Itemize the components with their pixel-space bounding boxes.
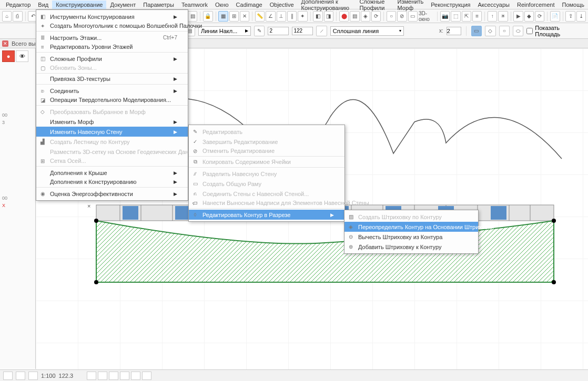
menu-item-cadimage[interactable]: Cadimage xyxy=(232,1,266,9)
label-icon: 🏷 xyxy=(191,199,199,207)
pdf-icon[interactable]: 📄 xyxy=(550,11,560,22)
menu-item-document[interactable]: Документ xyxy=(106,1,139,9)
stop-icon[interactable]: ⟳ xyxy=(535,11,544,22)
menu-complex-profiles[interactable]: ◫Сложные Профили▶ xyxy=(36,54,188,64)
line-type-icon[interactable]: ⟋ xyxy=(316,26,327,36)
menu-item-view[interactable]: Вид xyxy=(34,1,52,9)
menu-item-editor[interactable]: Редактор xyxy=(2,1,34,9)
menu-3d-texture[interactable]: Привязка 3D-текстуры▶ xyxy=(36,75,188,85)
menu-modify-morph[interactable]: Изменить Морф▶ xyxy=(36,117,188,127)
pen-button[interactable]: ✎ xyxy=(254,26,265,36)
eye-icon[interactable]: 👁 xyxy=(16,50,28,62)
menu-item-objective[interactable]: Objective xyxy=(266,1,298,9)
elevation-icon[interactable]: ⇱ xyxy=(462,11,471,22)
play-icon[interactable]: ▶ xyxy=(513,11,523,22)
menu-item-help[interactable]: Помощь xyxy=(559,1,589,9)
status-ruler-icon[interactable] xyxy=(131,372,140,380)
status-btn-3[interactable] xyxy=(28,372,38,380)
worksheet-icon[interactable]: ≡ xyxy=(472,11,482,22)
close-tab-icon[interactable]: ✕ xyxy=(2,40,8,47)
trace-ref-icon[interactable]: ◨ xyxy=(324,11,333,22)
shape-poly-icon[interactable]: ◇ xyxy=(485,26,495,36)
rec-icon[interactable]: ◆ xyxy=(524,11,534,22)
record-icon[interactable]: ● xyxy=(2,50,15,62)
sun-icon[interactable]: ☀ xyxy=(498,11,508,22)
print-icon[interactable]: ⎙ xyxy=(13,11,22,22)
menu-item-design[interactable]: Конструирование xyxy=(52,1,106,9)
parallel-icon[interactable]: ∥ xyxy=(287,11,297,22)
menu-item-options[interactable]: Параметры xyxy=(139,1,178,9)
menu-roof-extras[interactable]: Дополнения к Крыше▶ xyxy=(36,168,188,178)
menu-design-tools[interactable]: ◧Инструменты Конструирования▶ xyxy=(36,12,188,22)
status-guide-icon[interactable] xyxy=(120,372,129,380)
perp-icon[interactable]: ⊥ xyxy=(277,11,286,22)
snap-guide-icon[interactable]: ⊞ xyxy=(229,11,239,22)
zone-icon: ▢ xyxy=(38,64,47,72)
status-btn-1[interactable] xyxy=(3,372,13,380)
export-icon[interactable]: ⤓ xyxy=(576,11,586,22)
dim1-input[interactable] xyxy=(268,27,289,35)
line-preset-value: Линии Накл... xyxy=(201,28,237,34)
contour-subtract[interactable]: ⊖Вычесть Штриховку из Контура xyxy=(344,232,478,242)
shape-circle-icon[interactable]: ○ xyxy=(499,26,510,36)
menu-item-complex-profiles[interactable]: Сложные Профили xyxy=(356,0,393,12)
close-icon[interactable]: ✕ xyxy=(240,11,249,22)
cut-icon[interactable]: ▭ xyxy=(408,11,418,22)
material-icon[interactable]: ◈ xyxy=(361,11,370,22)
snap-grid-icon[interactable]: ▦ xyxy=(218,11,228,22)
cancel-icon[interactable]: ⊘ xyxy=(397,11,407,22)
ruler-tick-1: 00 xyxy=(0,111,35,119)
menu-design-extras[interactable]: Дополнения к Конструированию▶ xyxy=(36,178,188,188)
menu-item-design-extras[interactable]: Дополнения к Конструированию xyxy=(298,0,356,12)
menu-story-settings[interactable]: ≣Настроить Этажи...Ctrl+7 xyxy=(36,33,188,43)
menu-item-teamwork[interactable]: Teamwork xyxy=(178,1,211,9)
circle-icon[interactable]: ○ xyxy=(387,11,396,22)
palette-icon[interactable]: ⟳ xyxy=(371,11,381,22)
menu-connect[interactable]: ⎄Соединить▶ xyxy=(36,86,188,96)
show-area-checkbox[interactable]: Показать Площадь xyxy=(526,25,582,37)
menu-magic-wand[interactable]: ✦Создать Многоугольник с помощью Волшебн… xyxy=(36,22,188,32)
menu-item-window[interactable]: Окно xyxy=(211,1,232,9)
check-icon: ✓ xyxy=(191,138,199,146)
trace-icon[interactable]: ◧ xyxy=(313,11,322,22)
line-style-dropdown[interactable]: Сплошная линия ▾ xyxy=(330,26,404,36)
tool-icon[interactable]: ▤ xyxy=(188,11,197,22)
menu-edit-story-levels[interactable]: ≡Редактировать Уровни Этажей xyxy=(36,43,188,53)
status-btn-2[interactable] xyxy=(16,372,25,380)
home-icon[interactable]: ⌂ xyxy=(2,11,12,22)
measure-icon[interactable]: 📏 xyxy=(255,11,265,22)
angle-icon[interactable]: ∠ xyxy=(266,11,275,22)
contour-redefine[interactable]: ◈Переопределить Контур на Основании Штри… xyxy=(344,222,478,232)
shape-ellipse-icon[interactable]: ⬭ xyxy=(513,26,523,36)
marker-icon[interactable]: ⬤ xyxy=(339,11,349,22)
submenu-edit-contour[interactable]: ◊Редактировать Контур в Разрезе▶ xyxy=(189,210,344,220)
svg-rect-23 xyxy=(491,206,506,220)
section-icon[interactable]: ⬚ xyxy=(451,11,460,22)
menu-item-accessories[interactable]: Аксессуары xyxy=(474,1,513,9)
publish-icon[interactable]: ⇪ xyxy=(565,11,575,22)
svg-point-24 xyxy=(94,280,98,284)
camera-icon[interactable]: 📷 xyxy=(440,11,450,22)
contour-add[interactable]: ⊕Добавить Штриховку к Контуру xyxy=(344,242,478,252)
dim2-input[interactable] xyxy=(292,27,313,35)
menu-item-reconstruction[interactable]: Реконструкция xyxy=(427,1,474,9)
shape-rect-icon[interactable]: ▭ xyxy=(471,26,482,36)
status-ortho-icon[interactable] xyxy=(109,372,118,380)
bisect-icon[interactable]: ✦ xyxy=(298,11,307,22)
hatch-create-icon: ▨ xyxy=(347,213,355,221)
svg-rect-16 xyxy=(123,206,138,220)
menu-energy-eval[interactable]: ◉Оценка Энергоэффективности▶ xyxy=(36,189,188,199)
status-snap-icon[interactable] xyxy=(98,372,107,380)
menu-item-reinforcement[interactable]: Reinforcement xyxy=(513,1,559,9)
line-preset-dropdown[interactable]: Линии Накл... ▶ xyxy=(198,26,251,36)
lock-icon[interactable]: 🔒 xyxy=(203,11,212,22)
status-zoom-icon[interactable] xyxy=(142,372,151,380)
status-grid-icon[interactable] xyxy=(87,372,96,380)
menu-modify-curtain-wall[interactable]: Изменить Навесную Стену▶ xyxy=(36,127,188,137)
layers-icon[interactable]: ▤ xyxy=(350,11,359,22)
x-input[interactable] xyxy=(447,27,461,35)
view3d-label[interactable]: 3D-окно xyxy=(419,11,434,22)
north-icon[interactable]: ↑ xyxy=(488,11,497,22)
stair-icon: ▟ xyxy=(38,138,47,146)
menu-solid-ops[interactable]: ◪Операции Твердотельного Моделирования..… xyxy=(36,96,188,106)
